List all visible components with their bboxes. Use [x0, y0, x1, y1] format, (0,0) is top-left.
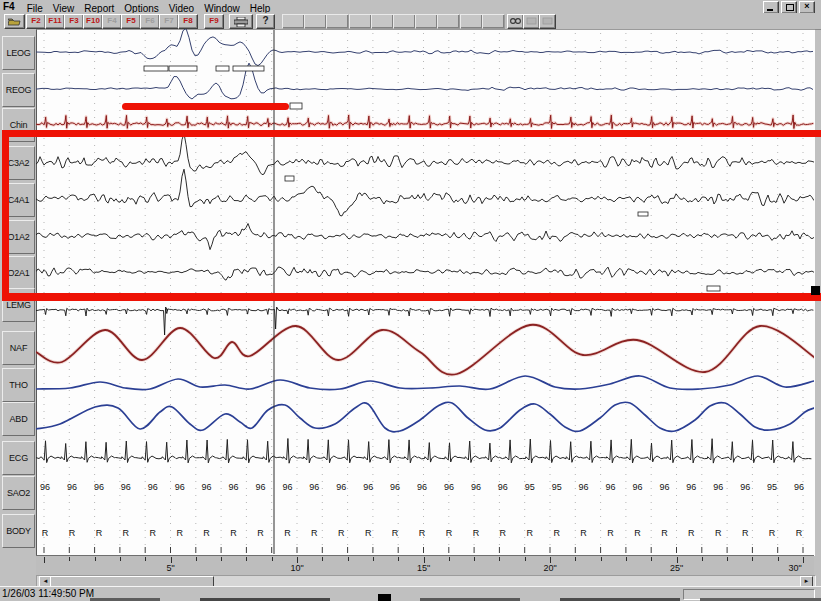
- fkey-button-f5[interactable]: F5: [121, 14, 141, 29]
- fkey-button-f3[interactable]: F3: [64, 14, 84, 29]
- body-position-value: R: [198, 528, 216, 538]
- menu-view[interactable]: View: [48, 3, 80, 14]
- body-position-value: R: [548, 528, 566, 538]
- toolbar-blank-button[interactable]: [437, 14, 460, 29]
- open-file-button[interactable]: [4, 14, 25, 29]
- channel-label-o2a1[interactable]: O2A1: [2, 256, 35, 290]
- print-button[interactable]: [229, 14, 253, 29]
- toolbar-blank-button[interactable]: [349, 14, 372, 29]
- channel-label-naf[interactable]: NAF: [2, 331, 35, 365]
- ruler-tick: [120, 557, 121, 561]
- menu-options[interactable]: Options: [119, 3, 163, 14]
- ruler-tick: [373, 557, 374, 561]
- channel-label-chin[interactable]: Chin: [2, 108, 35, 142]
- sao2-value: 96: [36, 482, 54, 492]
- open-folder-icon: [8, 17, 21, 26]
- ruler-tick: [44, 557, 45, 563]
- sao2-value: 95: [763, 482, 781, 492]
- fkey-button-f9[interactable]: F9: [204, 14, 224, 29]
- body-position-value: R: [413, 528, 431, 538]
- waveform-chart-area[interactable]: 9696969696969696969696969696969696969595…: [36, 29, 815, 556]
- sao2-value: 96: [790, 482, 808, 492]
- ruler-label: 20": [538, 563, 562, 573]
- channel-label-c3a2[interactable]: C3A2: [2, 146, 35, 180]
- menu-bar: F4 FileViewReportOptionsVideoWindowHelp …: [0, 0, 821, 14]
- toolbar-disabled-b-button[interactable]: [539, 14, 556, 29]
- fkey-button-f11[interactable]: F11: [45, 14, 65, 29]
- ruler-tick: [246, 557, 247, 561]
- body-position-value: R: [629, 528, 647, 538]
- fkey-button-f6[interactable]: F6: [140, 14, 160, 29]
- ruler-tick: [348, 557, 349, 561]
- channel-label-c4a1[interactable]: C4A1: [2, 183, 35, 217]
- channel-label-abd[interactable]: ABD: [2, 402, 35, 436]
- channel-label-o1a2[interactable]: O1A2: [2, 220, 35, 254]
- toolbar-video-button[interactable]: [507, 14, 524, 29]
- sao2-value: 96: [332, 482, 350, 492]
- status-timestamp: 1/26/03 11:49:50 PM: [2, 588, 94, 599]
- ruler-label: 10": [285, 563, 309, 573]
- body-position-value: R: [359, 528, 377, 538]
- ruler-tick: [499, 557, 500, 561]
- body-position-value: R: [117, 528, 135, 538]
- toolbar-blank-button[interactable]: [371, 14, 394, 29]
- sao2-value: 96: [144, 482, 162, 492]
- ruler-tick: [449, 557, 450, 561]
- help-button[interactable]: ?: [256, 14, 275, 29]
- sao2-value: 96: [251, 482, 269, 492]
- body-position-value: R: [440, 528, 458, 538]
- sao2-value: 96: [90, 482, 108, 492]
- body-position-value: R: [225, 528, 243, 538]
- body-position-value: R: [736, 528, 754, 538]
- body-position-value: R: [332, 528, 350, 538]
- toolbar-blank-button[interactable]: [304, 14, 327, 29]
- sao2-value: 96: [736, 482, 754, 492]
- sao2-value: 96: [198, 482, 216, 492]
- sao2-value: 96: [225, 482, 243, 492]
- sao2-value: 96: [682, 482, 700, 492]
- menu-help[interactable]: Help: [245, 3, 276, 14]
- channel-label-leog[interactable]: LEOG: [2, 36, 35, 70]
- menu-file[interactable]: File: [22, 3, 48, 14]
- fkey-button-f2[interactable]: F2: [26, 14, 46, 29]
- sao2-value: 96: [359, 482, 377, 492]
- body-position-value: R: [305, 528, 323, 538]
- menu-video[interactable]: Video: [164, 3, 199, 14]
- menu-report[interactable]: Report: [79, 3, 119, 14]
- fkey-button-f10[interactable]: F10: [83, 14, 103, 29]
- status-bar: 1/26/03 11:49:50 PM: [0, 586, 821, 601]
- body-position-value: R: [171, 528, 189, 538]
- toolbar-blank-button[interactable]: [326, 14, 349, 29]
- toolbar-disabled-a-button[interactable]: [523, 14, 540, 29]
- ruler-tick: [626, 557, 627, 561]
- fkey-button-f4[interactable]: F4: [102, 14, 122, 29]
- toolbar-blank-button[interactable]: [282, 14, 305, 29]
- toolbar-blank-button[interactable]: [460, 14, 483, 29]
- sao2-value: 96: [278, 482, 296, 492]
- body-position-value: R: [278, 528, 296, 538]
- toolbar-blank-button[interactable]: [393, 14, 416, 29]
- fkey-button-f7[interactable]: F7: [159, 14, 179, 29]
- channel-label-sao2[interactable]: SAO2: [2, 476, 35, 510]
- ruler-tick: [398, 557, 399, 561]
- body-position-value: R: [63, 528, 81, 538]
- toolbar-blank-button[interactable]: [482, 14, 505, 29]
- body-position-value: R: [494, 528, 512, 538]
- ruler-label: 30": [783, 563, 807, 573]
- channel-label-ecg[interactable]: ECG: [2, 441, 35, 475]
- sao2-value: 96: [386, 482, 404, 492]
- fkey-button-f8[interactable]: F8: [178, 14, 198, 29]
- body-position-value: R: [36, 528, 54, 538]
- menu-window[interactable]: Window: [199, 3, 245, 14]
- sao2-value: 96: [655, 482, 673, 492]
- app-icon-label[interactable]: F4: [3, 1, 15, 12]
- body-position-value: R: [763, 528, 781, 538]
- minimize-icon: [767, 9, 773, 11]
- toolbar-blank-button[interactable]: [415, 14, 438, 29]
- sao2-value: 96: [709, 482, 727, 492]
- channel-label-lemg[interactable]: LEMG: [2, 288, 35, 322]
- channel-label-body[interactable]: BODY: [2, 514, 35, 548]
- channel-label-reog[interactable]: REOG: [2, 73, 35, 107]
- channel-label-tho[interactable]: THO: [2, 368, 35, 402]
- sao2-value: 96: [629, 482, 647, 492]
